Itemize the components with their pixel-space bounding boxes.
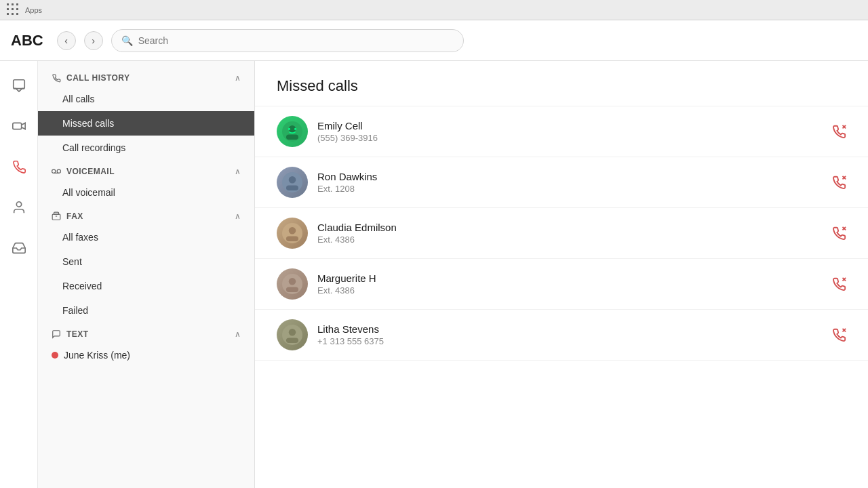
call-back-button[interactable] xyxy=(831,124,846,139)
section-call-history-label: CALL HISTORY xyxy=(66,73,130,83)
sidebar-icon-video[interactable] xyxy=(5,113,33,140)
sidebar-icon-phone[interactable] xyxy=(5,153,33,180)
call-info: Emily Cell (555) 369-3916 xyxy=(317,120,822,143)
avatar xyxy=(277,268,308,300)
section-fax-label: FAX xyxy=(66,211,83,221)
call-name: Claudia Edmilson xyxy=(317,222,822,233)
avatar xyxy=(277,167,308,198)
page-title: Missed calls xyxy=(277,77,358,94)
svg-point-22 xyxy=(289,227,296,235)
call-detail: Ext. 4386 xyxy=(317,285,822,296)
section-call-history[interactable]: CALL HISTORY ∧ xyxy=(38,66,254,87)
sidebar-icon-chat[interactable] xyxy=(5,72,33,99)
nav-sidebar: CALL HISTORY ∧ All calls Missed calls Ca… xyxy=(38,61,255,488)
call-info: Claudia Edmilson Ext. 4386 xyxy=(317,222,822,245)
chevron-up-icon: ∧ xyxy=(235,73,241,83)
nav-item-missed-calls[interactable]: Missed calls xyxy=(38,111,254,136)
icon-sidebar xyxy=(0,61,38,488)
apps-grid-icon xyxy=(7,3,20,16)
text-contact-name: June Kriss (me) xyxy=(64,350,130,361)
call-name: Emily Cell xyxy=(317,120,822,131)
content-area: Missed calls Emily Cell (555 xyxy=(255,61,868,488)
svg-point-32 xyxy=(289,329,296,336)
svg-rect-33 xyxy=(286,338,298,344)
call-item: Claudia Edmilson Ext. 4386 xyxy=(255,208,868,259)
header-bar: ABC ‹ › 🔍 xyxy=(0,20,868,61)
call-item: Marguerite H Ext. 4386 xyxy=(255,259,868,310)
voicemail-icon xyxy=(52,167,61,176)
call-back-button[interactable] xyxy=(831,277,846,291)
svg-rect-28 xyxy=(286,287,298,293)
search-bar: 🔍 xyxy=(111,29,464,52)
top-bar: Apps xyxy=(0,0,868,20)
call-name: Litha Stevens xyxy=(317,323,822,335)
call-info: Ron Dawkins Ext. 1208 xyxy=(317,171,822,194)
call-name: Ron Dawkins xyxy=(317,171,822,182)
call-back-button[interactable] xyxy=(831,327,846,342)
sidebar-icon-contacts[interactable] xyxy=(5,194,33,221)
call-back-button[interactable] xyxy=(831,175,846,190)
phone-history-icon xyxy=(52,73,61,83)
sidebar-icon-inbox[interactable] xyxy=(5,235,33,262)
call-item: Ron Dawkins Ext. 1208 xyxy=(255,157,868,208)
call-detail: (555) 369-3916 xyxy=(317,133,822,143)
call-item: Emily Cell (555) 369-3916 xyxy=(255,106,868,157)
nav-item-all-voicemail[interactable]: All voicemail xyxy=(38,180,254,205)
svg-point-4 xyxy=(57,169,60,173)
avatar xyxy=(277,116,308,147)
section-voicemail[interactable]: VOICEMAIL ∧ xyxy=(38,160,254,180)
text-icon xyxy=(52,329,61,339)
main-layout: CALL HISTORY ∧ All calls Missed calls Ca… xyxy=(0,61,868,488)
nav-item-all-faxes[interactable]: All faxes xyxy=(38,225,254,249)
call-detail: +1 313 555 6375 xyxy=(317,336,822,346)
svg-rect-18 xyxy=(286,186,298,191)
chevron-up-icon-voicemail: ∧ xyxy=(235,167,241,176)
chevron-up-icon-text: ∧ xyxy=(235,329,241,339)
call-back-button[interactable] xyxy=(831,226,846,241)
nav-item-received[interactable]: Received xyxy=(38,274,254,298)
svg-point-12 xyxy=(288,128,290,130)
call-name: Marguerite H xyxy=(317,272,822,284)
call-info: Litha Stevens +1 313 555 6375 xyxy=(317,323,822,346)
svg-point-13 xyxy=(294,128,296,130)
svg-rect-11 xyxy=(286,135,298,140)
content-header: Missed calls xyxy=(255,61,868,106)
section-text-label: TEXT xyxy=(66,329,89,339)
call-item: Litha Stevens +1 313 555 6375 xyxy=(255,310,868,361)
call-info: Marguerite H Ext. 4386 xyxy=(317,272,822,296)
nav-item-june-kriss[interactable]: June Kriss (me) xyxy=(38,343,254,367)
section-fax[interactable]: FAX ∧ xyxy=(38,205,254,225)
forward-button[interactable]: › xyxy=(84,31,103,50)
nav-item-sent[interactable]: Sent xyxy=(38,249,254,274)
section-voicemail-label: VOICEMAIL xyxy=(66,167,115,176)
svg-rect-0 xyxy=(13,80,24,89)
section-text[interactable]: TEXT ∧ xyxy=(38,323,254,343)
svg-point-27 xyxy=(289,278,296,285)
nav-item-call-recordings[interactable]: Call recordings xyxy=(38,136,254,160)
call-detail: Ext. 1208 xyxy=(317,184,822,194)
apps-label: Apps xyxy=(7,3,42,16)
call-list: Emily Cell (555) 369-3916 xyxy=(255,106,868,361)
svg-point-3 xyxy=(52,169,56,173)
nav-item-failed[interactable]: Failed xyxy=(38,298,254,323)
app-title: ABC xyxy=(11,32,43,49)
chevron-up-icon-fax: ∧ xyxy=(235,211,241,221)
nav-item-all-calls[interactable]: All calls xyxy=(38,87,254,111)
avatar xyxy=(277,218,308,249)
unread-dot xyxy=(52,352,58,359)
svg-rect-1 xyxy=(12,123,21,129)
svg-rect-6 xyxy=(52,214,60,220)
apps-text: Apps xyxy=(25,6,42,14)
avatar xyxy=(277,319,308,350)
call-detail: Ext. 4386 xyxy=(317,235,822,245)
search-input[interactable] xyxy=(138,35,454,46)
svg-point-17 xyxy=(289,176,296,184)
back-button[interactable]: ‹ xyxy=(57,31,76,50)
fax-icon xyxy=(52,211,61,221)
svg-point-2 xyxy=(16,202,21,207)
svg-rect-23 xyxy=(286,237,298,242)
search-icon: 🔍 xyxy=(121,35,133,46)
